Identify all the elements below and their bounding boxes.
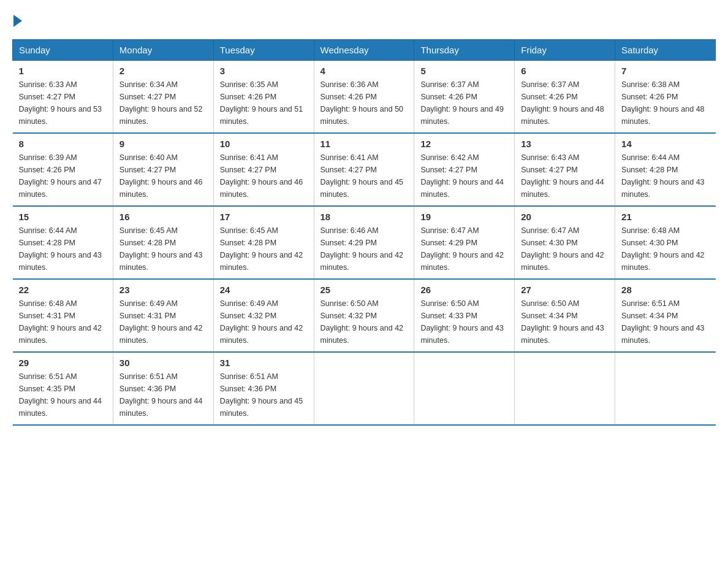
day-cell	[515, 352, 615, 425]
day-info: Sunrise: 6:51 AMSunset: 4:35 PMDaylight:…	[19, 370, 107, 419]
day-info: Sunrise: 6:48 AMSunset: 4:31 PMDaylight:…	[19, 297, 107, 347]
day-cell: 2 Sunrise: 6:34 AMSunset: 4:27 PMDayligh…	[113, 61, 213, 134]
day-cell: 29 Sunrise: 6:51 AMSunset: 4:35 PMDaylig…	[13, 352, 113, 425]
day-info: Sunrise: 6:33 AMSunset: 4:27 PMDaylight:…	[19, 79, 107, 128]
day-number: 30	[119, 358, 207, 368]
day-number: 18	[320, 212, 408, 222]
week-row-1: 1 Sunrise: 6:33 AMSunset: 4:27 PMDayligh…	[13, 61, 716, 134]
day-cell: 20 Sunrise: 6:47 AMSunset: 4:30 PMDaylig…	[515, 206, 615, 279]
day-info: Sunrise: 6:49 AMSunset: 4:31 PMDaylight:…	[119, 297, 207, 347]
week-row-3: 15 Sunrise: 6:44 AMSunset: 4:28 PMDaylig…	[13, 206, 716, 279]
day-number: 25	[320, 285, 408, 295]
day-cell: 1 Sunrise: 6:33 AMSunset: 4:27 PMDayligh…	[13, 61, 113, 134]
day-info: Sunrise: 6:34 AMSunset: 4:27 PMDaylight:…	[119, 79, 207, 128]
day-cell: 30 Sunrise: 6:51 AMSunset: 4:36 PMDaylig…	[113, 352, 213, 425]
day-number: 10	[220, 139, 308, 149]
day-cell: 24 Sunrise: 6:49 AMSunset: 4:32 PMDaylig…	[213, 279, 314, 352]
calendar-table: SundayMondayTuesdayWednesdayThursdayFrid…	[12, 39, 716, 426]
day-number: 16	[119, 212, 207, 222]
day-cell: 15 Sunrise: 6:44 AMSunset: 4:28 PMDaylig…	[13, 206, 113, 279]
day-number: 14	[621, 139, 709, 149]
day-number: 5	[420, 66, 508, 76]
day-info: Sunrise: 6:35 AMSunset: 4:26 PMDaylight:…	[220, 79, 308, 128]
day-number: 1	[19, 66, 107, 76]
day-info: Sunrise: 6:51 AMSunset: 4:34 PMDaylight:…	[621, 297, 709, 347]
day-cell: 6 Sunrise: 6:37 AMSunset: 4:26 PMDayligh…	[515, 61, 615, 134]
day-cell: 5 Sunrise: 6:37 AMSunset: 4:26 PMDayligh…	[414, 61, 515, 134]
day-number: 17	[220, 212, 308, 222]
day-info: Sunrise: 6:48 AMSunset: 4:30 PMDaylight:…	[621, 224, 709, 274]
day-info: Sunrise: 6:46 AMSunset: 4:29 PMDaylight:…	[320, 224, 408, 274]
day-number: 11	[320, 139, 408, 149]
day-info: Sunrise: 6:37 AMSunset: 4:26 PMDaylight:…	[521, 79, 609, 128]
day-cell	[615, 352, 716, 425]
logo-arrow-icon	[13, 15, 22, 27]
day-cell: 16 Sunrise: 6:45 AMSunset: 4:28 PMDaylig…	[113, 206, 213, 279]
week-row-5: 29 Sunrise: 6:51 AMSunset: 4:35 PMDaylig…	[13, 352, 716, 425]
day-number: 20	[521, 212, 609, 222]
day-cell: 23 Sunrise: 6:49 AMSunset: 4:31 PMDaylig…	[113, 279, 213, 352]
day-cell: 4 Sunrise: 6:36 AMSunset: 4:26 PMDayligh…	[314, 61, 414, 134]
day-cell: 25 Sunrise: 6:50 AMSunset: 4:32 PMDaylig…	[314, 279, 414, 352]
day-info: Sunrise: 6:41 AMSunset: 4:27 PMDaylight:…	[320, 151, 408, 201]
day-cell: 31 Sunrise: 6:51 AMSunset: 4:36 PMDaylig…	[213, 352, 314, 425]
day-info: Sunrise: 6:44 AMSunset: 4:28 PMDaylight:…	[621, 151, 709, 201]
week-row-4: 22 Sunrise: 6:48 AMSunset: 4:31 PMDaylig…	[13, 279, 716, 352]
day-cell: 14 Sunrise: 6:44 AMSunset: 4:28 PMDaylig…	[615, 133, 716, 206]
day-number: 21	[621, 212, 709, 222]
day-header-saturday: Saturday	[615, 40, 716, 61]
logo	[12, 12, 22, 27]
day-cell: 13 Sunrise: 6:43 AMSunset: 4:27 PMDaylig…	[515, 133, 615, 206]
day-number: 7	[621, 66, 709, 76]
day-cell: 9 Sunrise: 6:40 AMSunset: 4:27 PMDayligh…	[113, 133, 213, 206]
day-info: Sunrise: 6:50 AMSunset: 4:34 PMDaylight:…	[521, 297, 609, 347]
day-info: Sunrise: 6:40 AMSunset: 4:27 PMDaylight:…	[119, 151, 207, 201]
day-number: 29	[19, 358, 107, 368]
day-cell: 18 Sunrise: 6:46 AMSunset: 4:29 PMDaylig…	[314, 206, 414, 279]
day-cell: 19 Sunrise: 6:47 AMSunset: 4:29 PMDaylig…	[414, 206, 515, 279]
day-number: 28	[621, 285, 709, 295]
day-number: 31	[220, 358, 308, 368]
day-info: Sunrise: 6:42 AMSunset: 4:27 PMDaylight:…	[420, 151, 508, 201]
day-number: 15	[19, 212, 107, 222]
page-header	[12, 12, 716, 27]
day-number: 19	[420, 212, 508, 222]
day-cell: 7 Sunrise: 6:38 AMSunset: 4:26 PMDayligh…	[615, 61, 716, 134]
day-cell: 12 Sunrise: 6:42 AMSunset: 4:27 PMDaylig…	[414, 133, 515, 206]
day-info: Sunrise: 6:50 AMSunset: 4:33 PMDaylight:…	[420, 297, 508, 347]
day-number: 6	[521, 66, 609, 76]
day-header-tuesday: Tuesday	[213, 40, 314, 61]
day-cell	[414, 352, 515, 425]
day-cell: 17 Sunrise: 6:45 AMSunset: 4:28 PMDaylig…	[213, 206, 314, 279]
day-cell	[314, 352, 414, 425]
day-cell: 3 Sunrise: 6:35 AMSunset: 4:26 PMDayligh…	[213, 61, 314, 134]
day-header-thursday: Thursday	[414, 40, 515, 61]
day-info: Sunrise: 6:36 AMSunset: 4:26 PMDaylight:…	[320, 79, 408, 128]
day-number: 23	[119, 285, 207, 295]
day-cell: 22 Sunrise: 6:48 AMSunset: 4:31 PMDaylig…	[13, 279, 113, 352]
day-info: Sunrise: 6:50 AMSunset: 4:32 PMDaylight:…	[320, 297, 408, 347]
day-info: Sunrise: 6:43 AMSunset: 4:27 PMDaylight:…	[521, 151, 609, 201]
day-info: Sunrise: 6:51 AMSunset: 4:36 PMDaylight:…	[220, 370, 308, 419]
day-info: Sunrise: 6:39 AMSunset: 4:26 PMDaylight:…	[19, 151, 107, 201]
day-number: 22	[19, 285, 107, 295]
day-info: Sunrise: 6:51 AMSunset: 4:36 PMDaylight:…	[119, 370, 207, 419]
days-header-row: SundayMondayTuesdayWednesdayThursdayFrid…	[13, 40, 716, 61]
day-cell: 26 Sunrise: 6:50 AMSunset: 4:33 PMDaylig…	[414, 279, 515, 352]
day-header-wednesday: Wednesday	[314, 40, 414, 61]
day-number: 12	[420, 139, 508, 149]
day-cell: 28 Sunrise: 6:51 AMSunset: 4:34 PMDaylig…	[615, 279, 716, 352]
day-info: Sunrise: 6:37 AMSunset: 4:26 PMDaylight:…	[420, 79, 508, 128]
day-info: Sunrise: 6:38 AMSunset: 4:26 PMDaylight:…	[621, 79, 709, 128]
day-header-monday: Monday	[113, 40, 213, 61]
day-cell: 10 Sunrise: 6:41 AMSunset: 4:27 PMDaylig…	[213, 133, 314, 206]
day-info: Sunrise: 6:41 AMSunset: 4:27 PMDaylight:…	[220, 151, 308, 201]
day-info: Sunrise: 6:45 AMSunset: 4:28 PMDaylight:…	[220, 224, 308, 274]
day-number: 27	[521, 285, 609, 295]
day-number: 24	[220, 285, 308, 295]
day-cell: 27 Sunrise: 6:50 AMSunset: 4:34 PMDaylig…	[515, 279, 615, 352]
day-info: Sunrise: 6:47 AMSunset: 4:30 PMDaylight:…	[521, 224, 609, 274]
day-number: 3	[220, 66, 308, 76]
day-header-friday: Friday	[515, 40, 615, 61]
day-number: 8	[19, 139, 107, 149]
